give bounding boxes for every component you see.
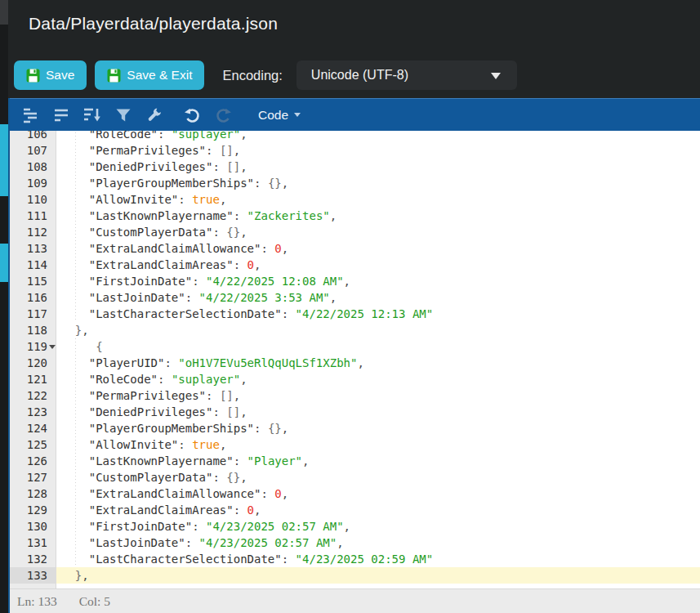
code-line-131[interactable]: 131 "LastJoinDate": "4/23/2025 02:57 AM"… [10,535,700,551]
code-text: "DeniedPrivileges": [], [56,404,700,420]
code-text: "LastKnownPlayername": "Player", [56,453,700,469]
code-text: "FirstJoinDate": "4/23/2025 02:57 AM", [56,518,700,535]
code-text: "ExtraLandClaimAreas": 0, [56,257,700,273]
status-bar: Ln: 133 Col: 5 [10,588,700,613]
line-number[interactable]: 119 [10,338,56,355]
code-text: }, [56,567,700,584]
line-number[interactable]: 130 [10,518,56,535]
line-number[interactable]: 112 [10,224,56,240]
code-line-129[interactable]: 129 "ExtraLandClaimAreas": 0, [10,502,700,518]
code-text: "PermaPrivileges": [], [56,387,700,404]
transform-button[interactable] [113,105,134,126]
redo-button[interactable] [212,105,234,126]
sort-button[interactable] [82,105,103,126]
line-number[interactable]: 127 [10,469,56,485]
code-viewport[interactable]: 106 "RoleCode": "suplayer",107 "PermaPri… [10,131,700,588]
repair-wrench-icon [145,106,163,124]
redo-icon [214,106,233,124]
line-number[interactable]: 109 [10,175,56,191]
code-line-106[interactable]: 106 "RoleCode": "suplayer", [10,131,700,142]
code-line-108[interactable]: 108 "DeniedPrivileges": [], [10,159,700,175]
code-text: "PlayerUID": "oH1V7EVu5eRlQqUqLSf1XZbh", [56,355,700,371]
line-number[interactable]: 120 [10,355,56,371]
app-window: Data/Playerdata/playerdata.json Save [0,0,700,613]
code-line-133[interactable]: 133 }, [10,567,700,584]
code-text: "LastCharacterSelectionDate": "4/22/2025… [56,306,700,322]
code-line-121[interactable]: 121 "RoleCode": "suplayer", [10,371,700,387]
code-line-111[interactable]: 111 "LastKnownPlayername": "Zackerites", [10,208,700,224]
code-line-113[interactable]: 113 "ExtraLandClaimAllowance": 0, [10,240,700,257]
json-editor: Code 106 "RoleCode": "suplayer",107 "Per… [8,98,700,613]
code-line-119[interactable]: 119 { [10,338,700,355]
line-number[interactable]: 118 [10,322,56,338]
code-text: "LastJoinDate": "4/23/2025 02:57 AM", [56,535,700,551]
line-number[interactable]: 115 [10,273,56,289]
line-number[interactable]: 107 [10,142,56,159]
code-line-107[interactable]: 107 "PermaPrivileges": [], [10,142,700,159]
save-button[interactable]: Save [14,60,87,90]
line-number[interactable]: 124 [10,420,56,436]
format-button[interactable] [20,105,41,126]
code-text: "PlayerGroupMemberShips": {}, [56,175,700,191]
floppy-save-icon [26,69,40,83]
code-line-132[interactable]: 132 "LastCharacterSelectionDate": "4/23/… [10,551,700,567]
line-number[interactable]: 126 [10,453,56,469]
repair-button[interactable] [144,105,165,126]
save-exit-button-label: Save & Exit [127,68,192,83]
code-line-116[interactable]: 116 "LastJoinDate": "4/22/2025 3:53 AM", [10,289,700,306]
code-line-128[interactable]: 128 "ExtraLandClaimAllowance": 0, [10,485,700,502]
line-number[interactable]: 114 [10,257,56,273]
code-line-109[interactable]: 109 "PlayerGroupMemberShips": {}, [10,175,700,191]
code-text: "FirstJoinDate": "4/22/2025 12:08 AM", [56,273,700,289]
line-number[interactable]: 132 [10,551,56,567]
line-number[interactable]: 106 [10,131,56,142]
format-icon [21,106,39,124]
line-number[interactable]: 108 [10,159,56,175]
code-line-114[interactable]: 114 "ExtraLandClaimAreas": 0, [10,257,700,273]
line-number[interactable]: 122 [10,387,56,404]
line-number[interactable]: 129 [10,502,56,518]
save-exit-button[interactable]: Save & Exit [95,60,204,90]
line-number[interactable]: 125 [10,436,56,453]
encoding-select[interactable]: Unicode (UTF-8) [296,60,517,90]
code-line-123[interactable]: 123 "DeniedPrivileges": [], [10,404,700,420]
line-number[interactable]: 123 [10,404,56,420]
code-text: "DeniedPrivileges": [], [56,159,700,175]
rail-cyan-segment-2 [0,244,8,282]
code-line-118[interactable]: 118 }, [10,322,700,338]
transform-filter-icon [114,106,132,124]
line-number[interactable]: 131 [10,535,56,551]
code-line-124[interactable]: 124 "PlayerGroupMemberShips": {}, [10,420,700,436]
code-line-122[interactable]: 122 "PermaPrivileges": [], [10,387,700,404]
code-line-115[interactable]: 115 "FirstJoinDate": "4/22/2025 12:08 AM… [10,273,700,289]
code-line-125[interactable]: 125 "AllowInvite": true, [10,436,700,453]
undo-button[interactable] [181,105,203,126]
code-line-112[interactable]: 112 "CustomPlayerData": {}, [10,224,700,240]
mode-switcher[interactable]: Code [258,108,301,123]
code-text: "RoleCode": "suplayer", [56,131,700,142]
line-number[interactable]: 111 [10,208,56,224]
encoding-label: Encoding: [222,68,282,83]
line-number[interactable]: 117 [10,306,56,322]
code-text: "ExtraLandClaimAreas": 0, [56,502,700,518]
code-text: "AllowInvite": true, [56,191,700,208]
code-line-117[interactable]: 117 "LastCharacterSelectionDate": "4/22/… [10,306,700,322]
code-text: "LastCharacterSelectionDate": "4/23/2025… [56,551,700,567]
line-number[interactable]: 128 [10,485,56,502]
status-col-indicator: Col: 5 [79,594,110,609]
line-number[interactable]: 121 [10,371,56,387]
sort-icon [82,106,102,124]
code-text: "PlayerGroupMemberShips": {}, [56,420,700,436]
line-number[interactable]: 133 [10,567,56,584]
code-line-127[interactable]: 127 "CustomPlayerData": {}, [10,469,700,485]
code-line-120[interactable]: 120 "PlayerUID": "oH1V7EVu5eRlQqUqLSf1XZ… [10,355,700,371]
line-number[interactable]: 113 [10,240,56,257]
line-number[interactable]: 116 [10,289,56,306]
compact-button[interactable] [51,105,72,126]
code-text: "AllowInvite": true, [56,436,700,453]
line-number[interactable]: 110 [10,191,56,208]
code-line-110[interactable]: 110 "AllowInvite": true, [10,191,700,208]
code-line-126[interactable]: 126 "LastKnownPlayername": "Player", [10,453,700,469]
fold-arrow-icon[interactable] [49,345,56,349]
code-line-130[interactable]: 130 "FirstJoinDate": "4/23/2025 02:57 AM… [10,518,700,535]
